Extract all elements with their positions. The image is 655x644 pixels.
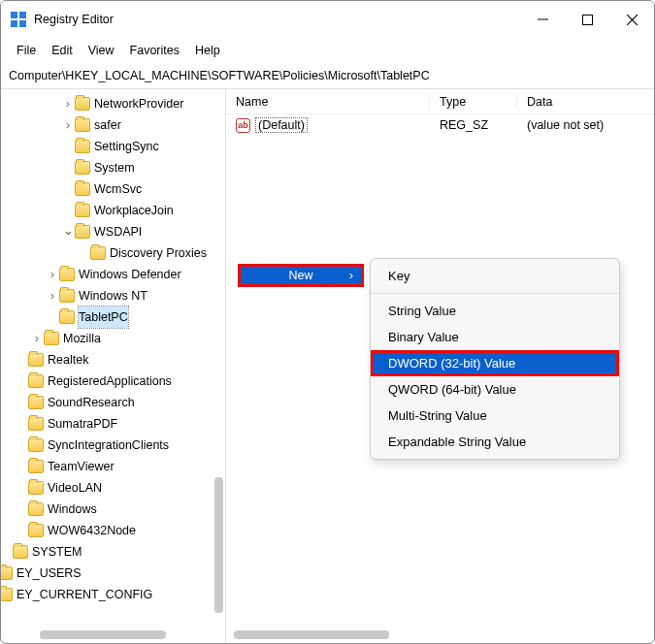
svg-rect-2 [11, 20, 17, 27]
tree-label: Realtek [48, 349, 88, 370]
window-controls [520, 1, 654, 38]
menu-view[interactable]: View [82, 42, 120, 59]
tree-horizontal-scrollbar[interactable] [40, 630, 166, 639]
submenu-binary[interactable]: Binary Value [371, 324, 619, 350]
menu-edit[interactable]: Edit [46, 42, 79, 59]
tree-item[interactable]: VideoLAN [1, 477, 225, 499]
tree-item[interactable]: EY_USERS [1, 563, 225, 584]
list-pane: Name Type Data ab (Default) REG_SZ (valu… [226, 89, 654, 642]
submenu-qword[interactable]: QWORD (64-bit) Value [371, 376, 619, 402]
tree-item[interactable]: SettingSync [1, 136, 225, 157]
folder-icon [1, 588, 13, 601]
tree-vertical-scrollbar[interactable] [214, 477, 223, 613]
context-new-button[interactable]: New [238, 264, 364, 287]
tree-expand-icon[interactable] [46, 264, 59, 286]
folder-icon [28, 524, 44, 537]
context-submenu: Key String Value Binary Value DWORD (32-… [370, 258, 620, 460]
tree-item[interactable]: NetworkProvider [1, 93, 225, 114]
menu-help[interactable]: Help [189, 42, 226, 59]
folder-icon [59, 289, 75, 303]
menu-favorites[interactable]: Favorites [124, 42, 185, 59]
value-data: (value not set) [517, 118, 654, 132]
submenu-expandstring[interactable]: Expandable String Value [371, 429, 619, 455]
tree-item[interactable]: SYSTEM [1, 541, 225, 563]
tree-item[interactable]: SumatraPDF [1, 413, 225, 435]
tree-item[interactable]: WSDAPI [1, 221, 225, 242]
tree-label: SumatraPDF [48, 413, 117, 435]
tree-expand-icon[interactable] [61, 221, 75, 243]
tree-label: EY_CURRENT_CONFIG [16, 584, 152, 605]
folder-icon [59, 310, 75, 324]
tree-label: WSDAPI [94, 221, 142, 242]
minimize-button[interactable] [520, 1, 565, 38]
titlebar: Registry Editor [1, 1, 654, 38]
tree-label: RegisteredApplications [48, 370, 172, 392]
close-button[interactable] [609, 1, 654, 38]
tree-item[interactable]: WcmSvc [1, 178, 225, 200]
folder-icon [59, 268, 75, 281]
window-title: Registry Editor [34, 13, 520, 26]
tree-item[interactable]: WOW6432Node [1, 520, 225, 541]
submenu-multistring[interactable]: Multi-String Value [371, 402, 619, 429]
col-name[interactable]: Name [226, 95, 430, 109]
tree-item[interactable]: SyncIntegrationClients [1, 435, 225, 456]
submenu-key[interactable]: Key [371, 263, 619, 289]
folder-icon [13, 545, 28, 559]
menu-file[interactable]: File [11, 42, 42, 59]
list-horizontal-scrollbar[interactable] [234, 630, 389, 639]
maximize-button[interactable] [565, 1, 609, 38]
tree-label: Windows Defender [79, 264, 181, 285]
context-menu-new: New [238, 264, 364, 287]
tree-label: SyncIntegrationClients [48, 435, 169, 456]
tree-label: NetworkProvider [94, 93, 183, 114]
tree-label: Windows [48, 499, 97, 520]
tree-item[interactable]: Windows Defender [1, 264, 225, 285]
tree-item[interactable]: Discovery Proxies [1, 242, 225, 264]
address-bar[interactable]: Computer\HKEY_LOCAL_MACHINE\SOFTWARE\Pol… [1, 65, 654, 89]
tree-expand-icon[interactable] [61, 114, 75, 137]
folder-icon [75, 182, 90, 196]
folder-icon [28, 396, 44, 409]
folder-icon [75, 204, 90, 217]
value-name: (Default) [256, 118, 307, 132]
folder-icon [1, 566, 13, 580]
value-type: REG_SZ [430, 118, 517, 132]
tree-label: System [94, 157, 135, 178]
folder-icon [28, 438, 44, 452]
tree-item[interactable]: Realtek [1, 349, 225, 370]
tree-item[interactable]: SoundResearch [1, 392, 225, 413]
folder-icon [28, 460, 44, 473]
folder-icon [44, 332, 59, 345]
submenu-dword[interactable]: DWORD (32-bit) Value [371, 350, 619, 376]
col-type[interactable]: Type [430, 95, 517, 109]
submenu-divider [371, 293, 619, 294]
tree-item[interactable]: System [1, 157, 225, 178]
folder-icon [28, 417, 44, 431]
tree-expand-icon[interactable] [61, 93, 75, 115]
folder-icon [75, 97, 90, 111]
tree-item[interactable]: safer [1, 114, 225, 136]
column-headers: Name Type Data [226, 89, 654, 114]
folder-icon [28, 353, 44, 367]
tree-label: SoundResearch [48, 392, 135, 413]
tree-label: SettingSync [94, 136, 159, 157]
svg-rect-0 [11, 12, 17, 18]
tree-item[interactable]: Mozilla [1, 328, 225, 349]
tree-item[interactable]: TeamViewer [1, 456, 225, 477]
tree-item[interactable]: RegisteredApplications [1, 370, 225, 392]
tree-expand-icon[interactable] [30, 328, 44, 350]
tree-expand-icon[interactable] [46, 285, 59, 307]
tree-item[interactable]: TabletPC [1, 306, 225, 328]
svg-rect-5 [582, 15, 592, 24]
tree-label: WOW6432Node [48, 520, 136, 541]
submenu-string[interactable]: String Value [371, 298, 619, 324]
tree-item[interactable]: WorkplaceJoin [1, 200, 225, 221]
tree-item[interactable]: Windows [1, 499, 225, 520]
folder-icon [28, 481, 44, 495]
app-icon [11, 12, 26, 27]
tree-item[interactable]: EY_CURRENT_CONFIG [1, 584, 225, 605]
value-row-default[interactable]: ab (Default) REG_SZ (value not set) [226, 114, 654, 136]
tree-item[interactable]: Windows NT [1, 285, 225, 306]
tree-label: Windows NT [79, 285, 147, 306]
col-data[interactable]: Data [517, 95, 654, 109]
